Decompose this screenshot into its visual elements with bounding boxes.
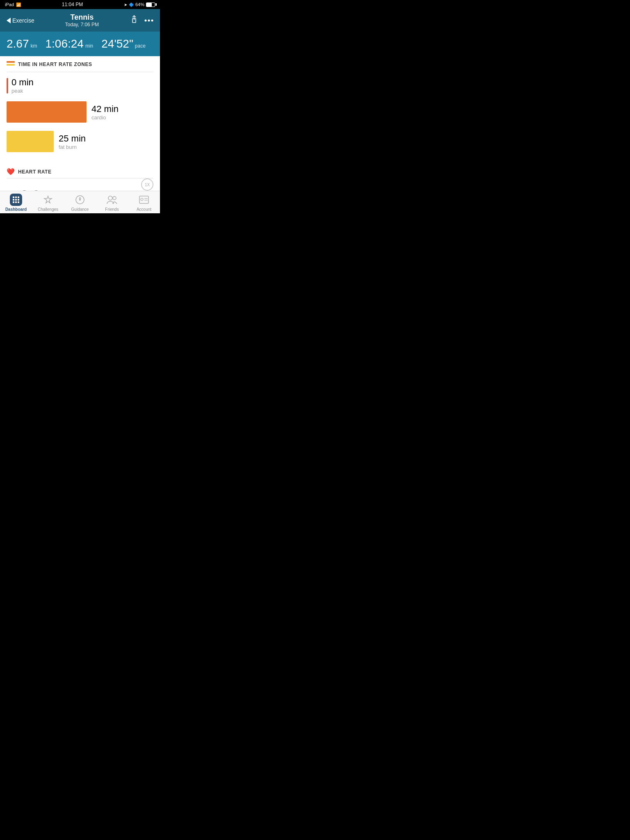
- zoom-level: 1X: [145, 183, 150, 187]
- svg-rect-12: [18, 199, 19, 201]
- friends-label: Friends: [105, 207, 119, 212]
- zone-peak-row: 0 min peak: [0, 77, 160, 97]
- peak-label: peak: [11, 88, 34, 94]
- svg-rect-8: [15, 196, 17, 198]
- friends-icon: [106, 194, 118, 206]
- header-actions: [130, 15, 153, 26]
- heart-rate-divider: [7, 178, 153, 178]
- bluetooth-icon: 🔷: [129, 2, 134, 7]
- svg-rect-9: [18, 196, 19, 198]
- duration-value: 1:06:24: [46, 37, 84, 50]
- tab-friends[interactable]: Friends: [96, 194, 128, 212]
- svg-line-19: [79, 197, 80, 199]
- svg-rect-15: [18, 201, 19, 203]
- avg-bpm-display: 130 avg bpm: [0, 183, 160, 191]
- app-container: Exercise Tennis Today, 7:06 PM: [0, 9, 160, 213]
- chevron-left-icon: [7, 18, 11, 23]
- peak-value: 0 min: [11, 77, 34, 88]
- pace-value: 24'52": [101, 37, 133, 50]
- content-area: TIME IN HEART RATE ZONES 0 min peak 42 m…: [0, 56, 160, 191]
- device-frame: iPad 📶 11:04 PM ➤ 🔷 64% Exercise Tennis …: [0, 0, 160, 213]
- tab-dashboard[interactable]: Dashboard: [0, 194, 32, 212]
- back-button[interactable]: Exercise: [7, 17, 34, 24]
- distance-unit: km: [31, 43, 37, 49]
- workout-stats-bar: 2.67 km 1:06:24 min 24'52" pace: [0, 32, 160, 56]
- account-icon: [138, 194, 150, 206]
- tab-challenges[interactable]: Challenges: [32, 194, 64, 212]
- dashboard-icon: [10, 194, 22, 206]
- heart-icon: ❤️: [7, 168, 15, 176]
- status-bar: iPad 📶 11:04 PM ➤ 🔷 64%: [0, 0, 160, 9]
- zone-peak-text: 0 min peak: [11, 77, 34, 94]
- workout-title: Tennis: [65, 13, 99, 22]
- hr-zones-title: TIME IN HEART RATE ZONES: [18, 62, 92, 67]
- header-title-block: Tennis Today, 7:06 PM: [65, 13, 99, 27]
- duration-unit: min: [85, 43, 93, 49]
- battery-percentage: 64%: [135, 2, 144, 7]
- account-label: Account: [137, 207, 151, 212]
- zone-cardio-bar: [7, 101, 87, 123]
- zone-fatburn-bar: [7, 131, 54, 152]
- svg-marker-16: [44, 196, 52, 203]
- zone-cardio-info: 42 min cardio: [91, 104, 119, 121]
- workout-subtitle: Today, 7:06 PM: [65, 22, 99, 27]
- location-icon: ➤: [124, 2, 127, 7]
- svg-point-21: [108, 196, 112, 200]
- zone-peak-bar: [7, 78, 8, 94]
- tab-bar: Dashboard Challenges: [0, 191, 160, 213]
- svg-point-22: [113, 196, 116, 200]
- battery-icon: [146, 2, 155, 7]
- svg-point-2: [145, 19, 147, 21]
- hr-zones-divider: [7, 72, 153, 72]
- zone-cardio-row: 42 min cardio: [0, 101, 160, 127]
- svg-rect-14: [15, 201, 17, 203]
- zoom-badge[interactable]: 1X: [141, 178, 153, 191]
- cardio-label: cardio: [91, 114, 119, 121]
- share-button[interactable]: [130, 15, 139, 26]
- dashboard-label: Dashboard: [5, 207, 27, 212]
- distance-value: 2.67: [7, 37, 29, 50]
- zone-fatburn-info: 25 min fat burn: [59, 133, 86, 150]
- zone-fatburn-row: 25 min fat burn: [0, 131, 160, 158]
- svg-point-20: [79, 199, 81, 201]
- hr-zones-section-header: TIME IN HEART RATE ZONES: [0, 56, 160, 68]
- svg-rect-7: [13, 196, 14, 198]
- pace-unit: pace: [135, 43, 146, 49]
- svg-point-24: [141, 198, 143, 201]
- fatburn-value: 25 min: [59, 133, 86, 144]
- challenges-icon: [42, 194, 54, 206]
- svg-rect-11: [15, 199, 17, 201]
- navigation-header: Exercise Tennis Today, 7:06 PM: [0, 9, 160, 32]
- heart-rate-title: HEART RATE: [18, 169, 51, 175]
- svg-rect-13: [13, 201, 14, 203]
- heart-rate-section-header: ❤️ HEART RATE: [0, 162, 160, 176]
- hr-zones-icon: [7, 61, 15, 68]
- more-options-button[interactable]: [144, 18, 153, 23]
- cardio-value: 42 min: [91, 104, 119, 114]
- wifi-icon: 📶: [16, 2, 21, 7]
- device-label: iPad: [5, 2, 14, 7]
- svg-point-3: [148, 19, 150, 21]
- fatburn-label: fat burn: [59, 144, 86, 150]
- back-label: Exercise: [12, 17, 34, 24]
- guidance-label: Guidance: [71, 207, 89, 212]
- svg-point-4: [151, 19, 153, 21]
- time-display: 11:04 PM: [62, 2, 83, 7]
- tab-account[interactable]: Account: [128, 194, 160, 212]
- challenges-label: Challenges: [38, 207, 58, 212]
- stat-pace: 24'52" pace: [101, 37, 146, 50]
- guidance-icon: [74, 194, 86, 206]
- avg-bpm-value: 130: [7, 186, 42, 191]
- stat-duration: 1:06:24 min: [46, 37, 94, 50]
- stat-distance: 2.67 km: [7, 37, 37, 50]
- svg-rect-10: [13, 199, 14, 201]
- tab-guidance[interactable]: Guidance: [64, 194, 96, 212]
